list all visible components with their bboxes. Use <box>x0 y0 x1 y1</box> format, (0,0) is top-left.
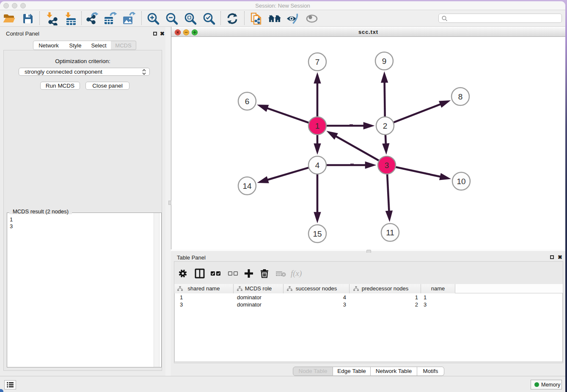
svg-text:11: 11 <box>386 228 394 237</box>
svg-text:15: 15 <box>313 229 322 238</box>
svg-text:14: 14 <box>242 182 252 190</box>
svg-text:10: 10 <box>457 177 465 186</box>
svg-text:6: 6 <box>245 97 250 106</box>
svg-text:7: 7 <box>315 58 320 66</box>
svg-text:1: 1 <box>315 121 320 130</box>
svg-text:2: 2 <box>383 121 388 130</box>
svg-text:4: 4 <box>315 161 320 170</box>
svg-text:3: 3 <box>385 161 389 170</box>
svg-text:8: 8 <box>458 92 463 101</box>
svg-text:9: 9 <box>382 57 387 66</box>
